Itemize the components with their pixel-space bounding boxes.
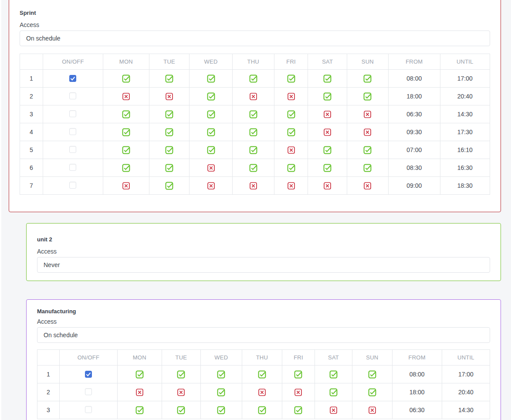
day-blocked-icon[interactable] (288, 93, 295, 100)
day-allowed-icon[interactable] (363, 75, 372, 83)
row-enabled-checkbox[interactable] (69, 182, 76, 189)
day-allowed-icon[interactable] (165, 182, 173, 190)
day-allowed-icon[interactable] (122, 75, 130, 83)
day-allowed-icon[interactable] (249, 164, 257, 172)
access-select[interactable]: On schedule (20, 30, 490, 46)
day-allowed-icon[interactable] (323, 92, 332, 101)
day-allowed-icon[interactable] (294, 370, 302, 379)
day-allowed-icon[interactable] (207, 110, 215, 119)
row-number: 3 (20, 105, 43, 123)
day-allowed-icon[interactable] (217, 406, 225, 414)
day-cell (274, 123, 308, 141)
day-allowed-icon[interactable] (135, 406, 144, 414)
day-allowed-icon[interactable] (323, 75, 332, 83)
page-left-strip (0, 0, 1, 420)
day-allowed-icon[interactable] (287, 75, 295, 83)
day-blocked-icon[interactable] (364, 129, 371, 136)
day-blocked-icon[interactable] (369, 406, 376, 414)
day-allowed-icon[interactable] (165, 128, 173, 136)
day-blocked-icon[interactable] (364, 111, 371, 118)
column-header: FRI (274, 54, 308, 70)
row-enabled-checkbox[interactable] (85, 371, 92, 378)
day-allowed-icon[interactable] (294, 406, 302, 414)
day-blocked-icon[interactable] (324, 111, 331, 118)
day-allowed-icon[interactable] (207, 92, 215, 101)
row-enabled-checkbox[interactable] (69, 92, 76, 99)
day-allowed-icon[interactable] (258, 370, 266, 379)
day-allowed-icon[interactable] (177, 370, 185, 379)
day-allowed-icon[interactable] (165, 110, 173, 119)
day-blocked-icon[interactable] (177, 389, 185, 396)
until-time: 18:30 (440, 177, 490, 195)
day-blocked-icon[interactable] (207, 164, 215, 172)
day-allowed-icon[interactable] (363, 164, 372, 172)
day-allowed-icon[interactable] (165, 164, 173, 172)
day-blocked-icon[interactable] (166, 93, 173, 100)
panel-title: Sprint (20, 10, 490, 16)
day-allowed-icon[interactable] (122, 164, 130, 172)
day-blocked-icon[interactable] (288, 146, 295, 154)
day-allowed-icon[interactable] (207, 75, 215, 83)
day-blocked-icon[interactable] (207, 182, 215, 190)
day-allowed-icon[interactable] (207, 146, 215, 154)
day-blocked-icon[interactable] (288, 182, 295, 190)
day-allowed-icon[interactable] (249, 110, 257, 119)
day-blocked-icon[interactable] (258, 389, 266, 396)
day-blocked-icon[interactable] (324, 129, 331, 136)
day-blocked-icon[interactable] (136, 389, 143, 396)
day-allowed-icon[interactable] (363, 146, 372, 154)
day-allowed-icon[interactable] (217, 388, 225, 396)
day-blocked-icon[interactable] (250, 182, 257, 190)
until-time: 17:30 (440, 123, 490, 141)
row-number: 2 (37, 383, 60, 401)
day-cell (347, 141, 388, 159)
day-allowed-icon[interactable] (122, 146, 130, 154)
row-enabled-checkbox[interactable] (69, 146, 76, 153)
day-cell (352, 366, 392, 383)
day-blocked-icon[interactable] (122, 182, 130, 190)
day-blocked-icon[interactable] (122, 93, 130, 100)
day-allowed-icon[interactable] (329, 370, 338, 379)
day-allowed-icon[interactable] (287, 164, 295, 172)
day-allowed-icon[interactable] (122, 128, 130, 136)
day-allowed-icon[interactable] (368, 388, 376, 396)
day-cell (103, 159, 149, 177)
day-blocked-icon[interactable] (324, 182, 331, 190)
day-allowed-icon[interactable] (287, 110, 295, 119)
panel-title: Manufacturing (37, 308, 490, 315)
row-enabled-checkbox[interactable] (69, 75, 76, 82)
day-allowed-icon[interactable] (323, 146, 332, 154)
day-allowed-icon[interactable] (122, 110, 130, 119)
day-allowed-icon[interactable] (135, 370, 144, 379)
day-allowed-icon[interactable] (165, 75, 173, 83)
row-enabled-checkbox[interactable] (69, 128, 76, 135)
day-cell (149, 177, 190, 195)
day-allowed-icon[interactable] (287, 128, 295, 136)
row-enabled-checkbox[interactable] (69, 164, 76, 171)
schedule-card-unit2: unit 2 Access Never (26, 223, 501, 281)
day-allowed-icon[interactable] (217, 370, 225, 379)
access-select[interactable]: On schedule (37, 327, 490, 343)
day-blocked-icon[interactable] (330, 406, 337, 414)
access-select[interactable]: Never (37, 257, 490, 273)
day-allowed-icon[interactable] (249, 75, 257, 83)
day-cell (282, 401, 315, 419)
row-enabled-checkbox[interactable] (69, 110, 76, 117)
day-cell (308, 70, 347, 88)
day-allowed-icon[interactable] (363, 92, 372, 101)
day-allowed-icon[interactable] (323, 164, 332, 172)
day-allowed-icon[interactable] (207, 128, 215, 136)
day-blocked-icon[interactable] (364, 182, 371, 190)
row-enabled-checkbox[interactable] (85, 406, 92, 413)
day-allowed-icon[interactable] (177, 406, 185, 414)
day-allowed-icon[interactable] (258, 406, 266, 414)
row-enabled-checkbox[interactable] (85, 388, 92, 395)
day-allowed-icon[interactable] (329, 388, 338, 396)
day-allowed-icon[interactable] (368, 370, 376, 379)
day-allowed-icon[interactable] (249, 146, 257, 154)
day-allowed-icon[interactable] (249, 128, 257, 136)
day-allowed-icon[interactable] (165, 146, 173, 154)
day-cell (103, 70, 149, 88)
day-blocked-icon[interactable] (294, 389, 302, 396)
day-blocked-icon[interactable] (250, 93, 257, 100)
